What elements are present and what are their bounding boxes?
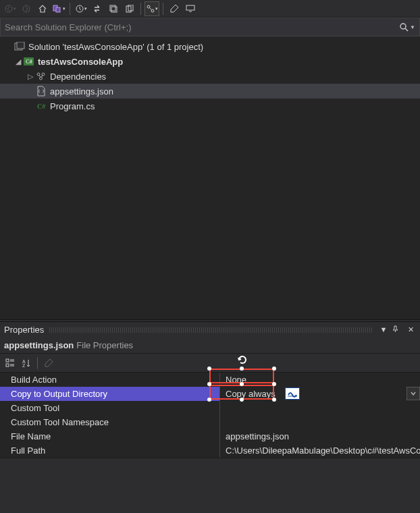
program-label: Program.cs: [50, 101, 95, 111]
close-icon[interactable]: ✕: [405, 325, 416, 334]
property-row-custom-tool-namespace[interactable]: Custom Tool Namespace: [0, 415, 420, 429]
show-all-files-button[interactable]: [122, 1, 137, 16]
property-name: Full Path: [0, 443, 220, 458]
search-icon[interactable]: [399, 22, 409, 32]
svg-rect-21: [6, 359, 9, 362]
expand-icon[interactable]: ▷: [26, 72, 35, 81]
svg-text:Z: Z: [22, 363, 26, 368]
csharp-project-icon: C#: [23, 56, 35, 67]
property-row-full-path[interactable]: Full Path C:\Users\DileepaMabulage\Deskt…: [0, 443, 420, 458]
svg-point-9: [147, 5, 150, 8]
svg-rect-11: [186, 5, 194, 10]
properties-object-selector[interactable]: appsettings.json File Properties: [0, 338, 420, 354]
property-value-text: Copy always: [226, 389, 275, 399]
svg-rect-5: [111, 7, 117, 12]
property-value[interactable]: [220, 401, 420, 415]
search-solution-explorer-input[interactable]: Search Solution Explorer (Ctrl+;) ▼: [0, 18, 420, 36]
forward-button[interactable]: [19, 1, 34, 16]
pending-changes-filter-button[interactable]: [74, 1, 88, 16]
properties-toolbar: AZ: [0, 354, 420, 373]
project-node[interactable]: ◢ C# testAwsConsoleApp: [0, 54, 420, 69]
svg-point-19: [40, 77, 43, 80]
appsettings-label: appsettings.json: [50, 86, 113, 97]
categorized-button[interactable]: [3, 356, 18, 371]
property-value[interactable]: [220, 415, 420, 429]
collapse-icon[interactable]: ◢: [14, 57, 23, 66]
properties-button[interactable]: [167, 1, 182, 16]
properties-panel-title: Properties: [4, 325, 44, 335]
project-label: testAwsConsoleApp: [38, 57, 123, 67]
back-button[interactable]: [3, 1, 18, 16]
solution-icon: [14, 41, 26, 52]
property-name: Custom Tool: [0, 401, 220, 415]
panel-dropdown-icon[interactable]: ▼: [378, 325, 389, 334]
svg-rect-6: [110, 5, 115, 11]
property-name: Custom Tool Namespace: [0, 415, 220, 429]
alphabetical-button[interactable]: AZ: [19, 356, 34, 371]
property-row-file-name[interactable]: File Name appsettings.json: [0, 429, 420, 443]
dependencies-node[interactable]: ▷ Dependencies: [0, 69, 420, 84]
dropdown-button[interactable]: [406, 387, 420, 400]
property-row-copy-to-output[interactable]: Copy to Output Directory Copy always: [0, 387, 420, 401]
smart-tag-icon[interactable]: [285, 387, 300, 400]
svg-point-0: [5, 5, 12, 12]
search-dropdown-icon[interactable]: ▼: [410, 24, 415, 30]
property-value[interactable]: Copy always: [220, 387, 420, 401]
csharp-file-icon: C#: [35, 101, 47, 111]
program-file-node[interactable]: ▷ C# Program.cs: [0, 99, 420, 113]
property-name: Build Action: [0, 373, 220, 387]
svg-text:C#: C#: [37, 103, 45, 110]
svg-rect-14: [17, 42, 24, 49]
property-name: Copy to Output Directory: [0, 387, 220, 401]
property-row-custom-tool[interactable]: Custom Tool: [0, 401, 420, 415]
sync-with-active-document-button[interactable]: [90, 1, 105, 16]
svg-point-10: [151, 9, 154, 12]
property-row-build-action[interactable]: Build Action None: [0, 373, 420, 387]
solution-explorer-tree: ▷ Solution 'testAwsConsoleApp' (1 of 1 p…: [0, 36, 420, 319]
solution-label: Solution 'testAwsConsoleApp' (1 of 1 pro…: [28, 42, 203, 52]
view-code-button[interactable]: [183, 1, 198, 16]
properties-grid: Build Action None Copy to Output Directo…: [0, 373, 420, 458]
svg-point-12: [400, 24, 406, 29]
svg-point-1: [23, 5, 30, 12]
property-name: File Name: [0, 429, 220, 443]
property-pages-button: [41, 356, 56, 371]
switch-views-button[interactable]: [51, 1, 66, 16]
home-button[interactable]: [35, 1, 50, 16]
rotate-handle-icon[interactable]: [236, 354, 248, 366]
pin-icon[interactable]: [392, 325, 402, 334]
collapse-all-button[interactable]: [106, 1, 121, 16]
preview-selected-items-button[interactable]: [145, 1, 159, 16]
solution-explorer-toolbar: [0, 0, 420, 18]
json-file-icon: [35, 86, 47, 97]
property-value[interactable]: appsettings.json: [220, 429, 420, 443]
dependencies-icon: [35, 71, 47, 82]
panel-grip[interactable]: [49, 327, 373, 333]
selected-object-type: File Properties: [76, 340, 133, 350]
svg-rect-3: [56, 7, 60, 12]
svg-text:C#: C#: [26, 59, 32, 65]
svg-rect-22: [6, 364, 9, 367]
property-description-area: [0, 458, 420, 513]
selected-object-name: appsettings.json: [4, 340, 74, 350]
search-placeholder: Search Solution Explorer (Ctrl+;): [5, 22, 399, 32]
property-value[interactable]: C:\Users\DileepaMabulage\Desktop\c#\test…: [220, 443, 420, 458]
dependencies-label: Dependencies: [50, 72, 106, 82]
solution-node[interactable]: ▷ Solution 'testAwsConsoleApp' (1 of 1 p…: [0, 39, 420, 54]
property-value[interactable]: None: [220, 373, 420, 387]
properties-panel-header: Properties ▼ ✕: [0, 321, 420, 338]
appsettings-file-node[interactable]: ▷ appsettings.json: [0, 84, 420, 99]
